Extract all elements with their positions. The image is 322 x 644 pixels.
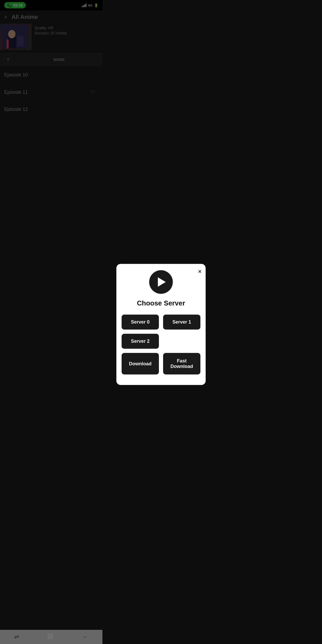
modal-backdrop[interactable]	[0, 0, 102, 222]
